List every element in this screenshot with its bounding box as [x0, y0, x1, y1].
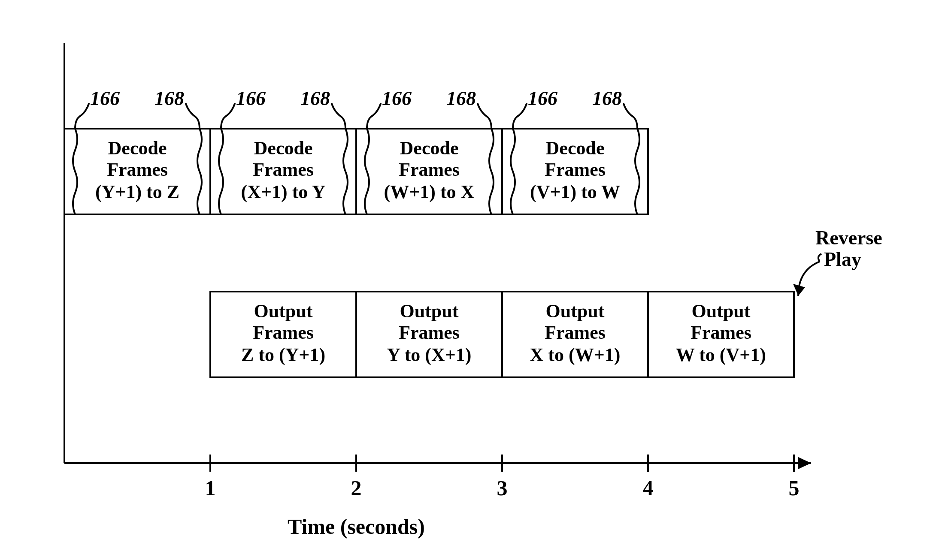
decode-row: 166 168 166 168 166 168 166 168 Decode F…	[64, 87, 648, 214]
output-word1-0: Output	[254, 301, 313, 322]
output-word2-2: Frames	[545, 322, 606, 343]
diagram-stage: 1 2 3 4 5 Time (seconds)	[0, 0, 942, 560]
output-range-0: Z to (Y+1)	[241, 344, 325, 365]
reverse-play-annotation: Reverse Play	[793, 227, 882, 296]
decode-word1-0: Decode	[108, 138, 167, 159]
decode-word1-2: Decode	[400, 138, 459, 159]
output-row: Output Frames Z to (Y+1) Output Frames Y…	[210, 292, 794, 377]
decode-word2-3: Frames	[545, 159, 606, 180]
reverse-play-line2: Play	[824, 248, 861, 270]
tick-5: 5	[789, 476, 800, 500]
output-word2-0: Frames	[253, 322, 314, 343]
decode-word2-1: Frames	[253, 159, 314, 180]
diagram-svg: 1 2 3 4 5 Time (seconds)	[0, 0, 942, 560]
ref-168-0: 168	[154, 87, 184, 109]
decode-word2-2: Frames	[399, 159, 460, 180]
ref-168-3: 168	[592, 87, 622, 109]
decode-word1-1: Decode	[254, 138, 313, 159]
x-tick-labels: 1 2 3 4 5	[205, 476, 800, 500]
x-axis-label: Time (seconds)	[288, 515, 425, 539]
output-word1-2: Output	[546, 301, 605, 322]
tick-4: 4	[643, 476, 654, 500]
tick-2: 2	[351, 476, 362, 500]
decode-word1-3: Decode	[546, 138, 605, 159]
tick-1: 1	[205, 476, 216, 500]
decode-range-2: (W+1) to X	[384, 181, 475, 202]
decode-word2-0: Frames	[107, 159, 168, 180]
ref-166-3: 166	[528, 87, 557, 109]
output-range-1: Y to (X+1)	[387, 344, 472, 365]
output-range-2: X to (W+1)	[530, 344, 621, 365]
reverse-play-line1: Reverse	[815, 227, 882, 249]
ref-166-2: 166	[382, 87, 412, 109]
decode-range-1: (X+1) to Y	[241, 181, 326, 202]
output-range-3: W to (V+1)	[676, 344, 766, 365]
output-word1-1: Output	[400, 301, 459, 322]
decode-range-0: (Y+1) to Z	[95, 181, 179, 202]
decode-range-3: (V+1) to W	[530, 181, 620, 202]
reverse-play-arrowhead	[793, 284, 805, 296]
decode-ref-labels: 166 168 166 168 166 168 166 168	[90, 87, 622, 109]
output-word1-3: Output	[692, 301, 751, 322]
ref-166-0: 166	[90, 87, 120, 109]
output-word2-1: Frames	[399, 322, 460, 343]
ref-166-1: 166	[236, 87, 266, 109]
ref-168-1: 168	[300, 87, 330, 109]
output-word2-3: Frames	[691, 322, 751, 343]
tick-3: 3	[497, 476, 508, 500]
x-axis-arrowhead	[798, 457, 811, 469]
ref-168-2: 168	[446, 87, 476, 109]
